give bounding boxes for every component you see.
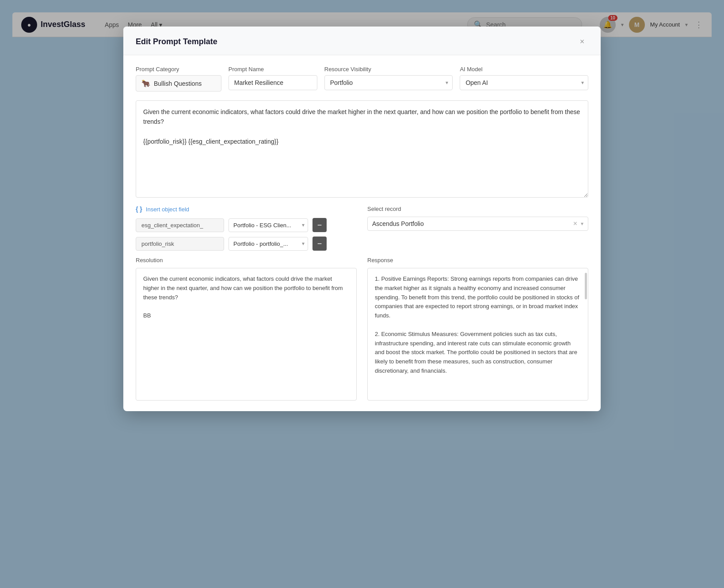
- field-name-2[interactable]: [136, 237, 224, 251]
- resource-visibility-select[interactable]: Portfolio Global Personal: [324, 75, 453, 90]
- field-mapping-select-2-wrapper: Portfolio - portfolio_... ▾: [229, 237, 308, 251]
- modal-title: Edit Prompt Template: [136, 37, 217, 46]
- resolution-label: Resolution: [136, 257, 357, 263]
- insert-field-section: { } Insert object field Portfolio - ESG …: [136, 206, 357, 251]
- response-paragraph-2: 2. Economic Stimulus Measures: Governmen…: [375, 330, 581, 376]
- select-record-value: Ascendus Portfolio: [372, 220, 570, 227]
- response-text-box: 1. Positive Earnings Reports: Strong ear…: [367, 268, 588, 401]
- field-rows: Portfolio - ESG Clien... ▾ −: [136, 218, 357, 251]
- resolution-extra-text: BB: [143, 311, 349, 321]
- field-mapping-select-1[interactable]: Portfolio - ESG Clien...: [229, 218, 308, 232]
- resolution-text-box: Given the current economic indicators, w…: [136, 268, 357, 401]
- ai-model-select-wrapper: Open AI Claude Gemini ▾: [460, 75, 588, 90]
- modal-body: Prompt Category 🐂 Bullish Questions Prom…: [123, 55, 601, 411]
- modal-header: Edit Prompt Template ×: [123, 27, 601, 55]
- modal-overlay: Edit Prompt Template × Prompt Category 🐂…: [0, 0, 724, 588]
- edit-prompt-modal: Edit Prompt Template × Prompt Category 🐂…: [123, 27, 601, 411]
- select-record-clear-button[interactable]: ×: [573, 220, 577, 228]
- resource-visibility-group: Resource Visibility Portfolio Global Per…: [324, 66, 453, 92]
- remove-field-1-button[interactable]: −: [312, 218, 327, 232]
- prompt-textarea[interactable]: Given the current economic indicators, w…: [136, 100, 588, 198]
- resolution-section: Resolution Given the current economic in…: [136, 257, 357, 401]
- ai-model-label: AI Model: [460, 66, 588, 73]
- field-mapping-select-2[interactable]: Portfolio - portfolio_...: [229, 237, 308, 251]
- prompt-name-group: Prompt Name: [229, 66, 317, 92]
- select-record-wrapper[interactable]: Ascendus Portfolio × ▾: [367, 217, 588, 231]
- response-section: Response 1. Positive Earnings Reports: S…: [367, 257, 588, 401]
- select-record-section: Select record Ascendus Portfolio × ▾: [367, 206, 588, 251]
- category-emoji: 🐂: [141, 79, 150, 88]
- field-row-1: Portfolio - ESG Clien... ▾ −: [136, 218, 357, 232]
- insert-field-header: { } Insert object field: [136, 206, 357, 213]
- response-label: Response: [367, 257, 588, 263]
- field-mapping-select-1-wrapper: Portfolio - ESG Clien... ▾: [229, 218, 308, 232]
- resource-visibility-select-wrapper: Portfolio Global Personal ▾: [324, 75, 453, 90]
- minus-icon-1: −: [317, 221, 322, 229]
- prompt-category-value: Bullish Questions: [154, 80, 202, 87]
- prompt-name-label: Prompt Name: [229, 66, 317, 73]
- prompt-category-input[interactable]: 🐂 Bullish Questions: [136, 75, 221, 92]
- form-row-1: Prompt Category 🐂 Bullish Questions Prom…: [136, 66, 588, 92]
- curly-braces-icon: { }: [136, 206, 142, 213]
- ai-model-group: AI Model Open AI Claude Gemini ▾: [460, 66, 588, 92]
- field-row-2: Portfolio - portfolio_... ▾ −: [136, 237, 357, 251]
- prompt-category-label: Prompt Category: [136, 66, 221, 73]
- prompt-name-input[interactable]: [229, 75, 317, 90]
- minus-icon-2: −: [317, 240, 322, 248]
- resolution-text: Given the current economic indicators, w…: [143, 275, 349, 302]
- scrollbar-thumb: [585, 273, 587, 299]
- resource-visibility-label: Resource Visibility: [324, 66, 453, 73]
- insert-object-field-link[interactable]: Insert object field: [146, 206, 189, 213]
- ai-model-select[interactable]: Open AI Claude Gemini: [460, 75, 588, 90]
- remove-field-2-button[interactable]: −: [312, 237, 327, 251]
- prompt-category-group: Prompt Category 🐂 Bullish Questions: [136, 66, 221, 92]
- response-paragraph-1: 1. Positive Earnings Reports: Strong ear…: [375, 275, 581, 321]
- field-name-1[interactable]: [136, 218, 224, 232]
- select-record-chevron-icon[interactable]: ▾: [581, 221, 583, 227]
- resolution-response-section: Resolution Given the current economic in…: [136, 257, 588, 401]
- modal-close-button[interactable]: ×: [576, 35, 588, 48]
- select-record-label: Select record: [367, 206, 588, 212]
- fields-record-row: { } Insert object field Portfolio - ESG …: [136, 206, 588, 251]
